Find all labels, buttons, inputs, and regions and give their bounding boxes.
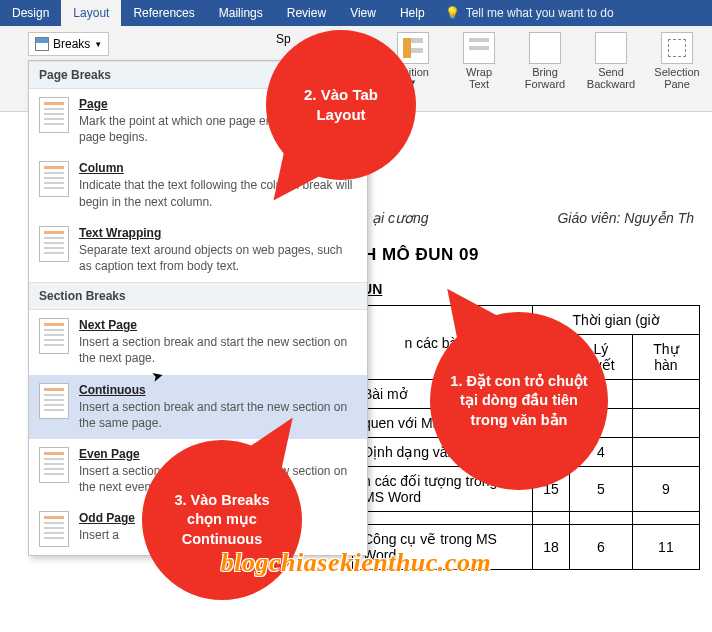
- break-continuous-desc: Insert a section break and start the new…: [79, 399, 357, 431]
- callout-1-text: 1. Đặt con trỏ chuột tại dòng đầu tiên t…: [444, 372, 594, 431]
- selection-label: Selection: [654, 66, 699, 78]
- table-cell: [632, 380, 699, 409]
- table-cell: 6: [569, 525, 632, 570]
- tab-review[interactable]: Review: [275, 0, 338, 26]
- break-continuous[interactable]: ContinuousInsert a section break and sta…: [29, 375, 367, 439]
- callout-1: 1. Đặt con trỏ chuột tại dòng đầu tiên t…: [430, 312, 608, 490]
- selection-icon: [661, 32, 693, 64]
- selection-sub: Pane: [664, 78, 690, 90]
- backward-label: Send: [598, 66, 624, 78]
- position-icon: [397, 32, 429, 64]
- table-row: [353, 512, 700, 525]
- lightbulb-icon: 💡: [445, 6, 460, 20]
- break-oddpage-title: Odd Page: [79, 511, 135, 525]
- break-oddpage-desc: Insert a: [79, 527, 135, 543]
- continuous-break-icon: [39, 383, 69, 419]
- bring-forward-button[interactable]: BringForward: [516, 30, 574, 90]
- break-continuous-title: Continuous: [79, 383, 357, 397]
- tab-references[interactable]: References: [121, 0, 206, 26]
- wrap-text-button[interactable]: WrapText: [450, 30, 508, 90]
- callout-2: 2. Vào Tab Layout: [266, 30, 416, 180]
- wrap-label: Wrap: [466, 66, 492, 78]
- table-cell: [632, 438, 699, 467]
- table-cell: [533, 512, 570, 525]
- doc-section-title: ại cương: [372, 210, 429, 226]
- break-next-page[interactable]: Next PageInsert a section break and star…: [29, 310, 367, 374]
- oddpage-break-icon: [39, 511, 69, 547]
- table-header: Thự hàn: [632, 335, 699, 380]
- break-textwrap-desc: Separate text around objects on web page…: [79, 242, 357, 274]
- column-break-icon: [39, 161, 69, 197]
- table-cell: [353, 512, 533, 525]
- tab-mailings[interactable]: Mailings: [207, 0, 275, 26]
- wrap-icon: [463, 32, 495, 64]
- page-break-icon: [39, 97, 69, 133]
- forward-icon: [529, 32, 561, 64]
- table-cell: [632, 409, 699, 438]
- ribbon-tabs: Design Layout References Mailings Review…: [0, 0, 712, 26]
- table-cell: [632, 512, 699, 525]
- tab-view[interactable]: View: [338, 0, 388, 26]
- tab-design[interactable]: Design: [0, 0, 61, 26]
- tab-help[interactable]: Help: [388, 0, 437, 26]
- tab-layout[interactable]: Layout: [61, 0, 121, 26]
- forward-label: Bring: [532, 66, 558, 78]
- break-text-wrapping[interactable]: Text WrappingSeparate text around object…: [29, 218, 367, 282]
- table-cell: 18: [533, 525, 570, 570]
- table-cell: 5: [569, 467, 632, 512]
- break-nextpage-title: Next Page: [79, 318, 357, 332]
- break-nextpage-desc: Insert a section break and start the new…: [79, 334, 357, 366]
- table-cell: 11: [632, 525, 699, 570]
- textwrap-break-icon: [39, 226, 69, 262]
- forward-sub: Forward: [525, 78, 565, 90]
- backward-sub: Backward: [587, 78, 635, 90]
- send-backward-button[interactable]: SendBackward: [582, 30, 640, 90]
- backward-icon: [595, 32, 627, 64]
- evenpage-break-icon: [39, 447, 69, 483]
- tell-me-input[interactable]: Tell me what you want to do: [466, 6, 614, 20]
- selection-pane-button[interactable]: SelectionPane: [648, 30, 706, 90]
- watermark: blogchiasekienthuc.com: [221, 548, 491, 578]
- nextpage-break-icon: [39, 318, 69, 354]
- break-textwrap-title: Text Wrapping: [79, 226, 357, 240]
- section-breaks-header: Section Breaks: [29, 282, 367, 310]
- callout-3-text: 3. Vào Breaks chọn mục Continuous: [156, 491, 288, 550]
- table-cell: 9: [632, 467, 699, 512]
- table-cell: [569, 512, 632, 525]
- doc-subheading: ĐUN: [352, 281, 700, 297]
- wrap-sub: Text: [469, 78, 489, 90]
- callout-2-text: 2. Vào Tab Layout: [280, 85, 402, 126]
- doc-teacher: Giáo viên: Nguyễn Th: [557, 210, 694, 226]
